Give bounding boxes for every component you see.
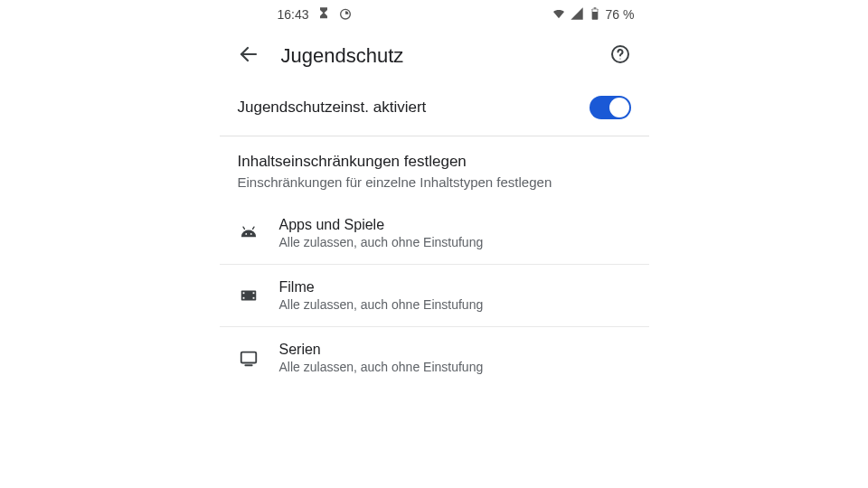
item-subtitle: Alle zulassen, auch ohne Einstufung [279, 297, 484, 312]
item-series[interactable]: Serien Alle zulassen, auch ohne Einstufu… [220, 327, 649, 389]
svg-rect-9 [241, 291, 256, 301]
restrictions-section-header: Inhaltseinschränkungen festlegen Einschr… [220, 136, 649, 202]
signal-icon [570, 6, 584, 23]
item-title: Serien [279, 342, 484, 358]
svg-rect-13 [252, 297, 254, 299]
screen: 16:43 76 % Jugendschutz [220, 0, 649, 389]
film-icon [238, 285, 259, 306]
battery-text: 76 % [606, 7, 635, 22]
battery-icon [588, 6, 602, 23]
svg-rect-10 [242, 292, 244, 294]
page-title: Jugendschutz [281, 44, 588, 68]
app-bar: Jugendschutz [220, 29, 649, 80]
parental-toggle-switch[interactable] [590, 96, 631, 119]
timer-icon [338, 6, 353, 23]
help-icon[interactable] [609, 43, 631, 69]
wifi-icon [552, 6, 566, 23]
svg-rect-11 [242, 297, 244, 299]
item-subtitle: Alle zulassen, auch ohne Einstufung [279, 360, 484, 374]
svg-rect-2 [593, 7, 596, 8]
item-apps-games[interactable]: Apps und Spiele Alle zulassen, auch ohne… [220, 202, 649, 265]
svg-point-8 [250, 233, 251, 235]
status-bar: 16:43 76 % [220, 0, 649, 29]
tv-icon [238, 347, 259, 369]
restrictions-subtitle: Einschränkungen für einzelne Inhaltstype… [238, 174, 631, 190]
hourglass-icon [316, 6, 331, 23]
back-icon[interactable] [238, 43, 259, 69]
svg-rect-3 [592, 9, 597, 12]
parental-toggle-label: Jugendschutzeinst. aktiviert [238, 99, 590, 117]
svg-point-7 [245, 233, 247, 235]
parental-toggle-row[interactable]: Jugendschutzeinst. aktiviert [220, 80, 649, 136]
item-subtitle: Alle zulassen, auch ohne Einstufung [279, 235, 484, 249]
svg-rect-14 [241, 352, 256, 363]
status-time: 16:43 [278, 7, 309, 22]
svg-point-6 [619, 58, 620, 59]
svg-rect-12 [252, 292, 254, 294]
item-title: Apps und Spiele [279, 217, 484, 233]
android-icon [238, 222, 259, 244]
item-title: Filme [279, 279, 484, 296]
item-movies[interactable]: Filme Alle zulassen, auch ohne Einstufun… [220, 265, 649, 327]
restrictions-title: Inhaltseinschränkungen festlegen [238, 153, 631, 171]
